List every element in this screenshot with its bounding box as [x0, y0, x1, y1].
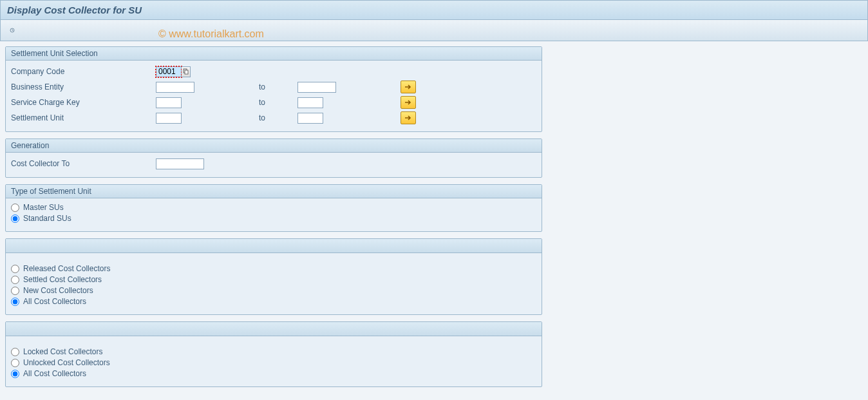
- business-entity-to-input[interactable]: [297, 82, 336, 93]
- radio-input[interactable]: [11, 370, 19, 378]
- label-cost-collector-to: Cost Collector To: [11, 159, 156, 168]
- label-service-charge-key: Service Charge Key: [11, 98, 156, 107]
- group-type-of-settlement-unit: Type of Settlement Unit Master SUs Stand…: [5, 184, 542, 232]
- radio-input[interactable]: [11, 359, 19, 367]
- business-entity-multiselect-button[interactable]: [401, 81, 416, 93]
- settlement-unit-from-input[interactable]: [156, 113, 182, 124]
- radio-label: All Cost Collectors: [23, 369, 86, 378]
- label-to: to: [259, 98, 297, 107]
- radio-unlocked-cc[interactable]: Unlocked Cost Collectors: [11, 358, 536, 367]
- radio-input[interactable]: [11, 348, 19, 356]
- radio-input[interactable]: [11, 204, 19, 212]
- company-code-input[interactable]: [156, 66, 182, 77]
- content-area: Settlement Unit Selection Company Code B…: [0, 41, 868, 399]
- radio-master-sus[interactable]: Master SUs: [11, 203, 536, 212]
- radio-label: All Cost Collectors: [23, 297, 86, 306]
- radio-settled-cc[interactable]: Settled Cost Collectors: [11, 275, 536, 284]
- company-code-f4-button[interactable]: [182, 66, 191, 77]
- radio-released-cc[interactable]: Released Cost Collectors: [11, 264, 536, 273]
- service-charge-key-multiselect-button[interactable]: [401, 96, 416, 109]
- radio-label: Locked Cost Collectors: [23, 347, 102, 356]
- group-cost-collector-lock: Locked Cost Collectors Unlocked Cost Col…: [5, 321, 542, 387]
- group-legend: Type of Settlement Unit: [6, 185, 542, 198]
- radio-all-cc-status[interactable]: All Cost Collectors: [11, 297, 536, 306]
- group-legend: Generation: [6, 139, 542, 153]
- label-business-entity: Business Entity: [11, 82, 156, 91]
- arrow-right-icon: [404, 99, 412, 106]
- settlement-unit-multiselect-button[interactable]: [401, 111, 416, 124]
- execute-clock-icon: [10, 25, 15, 35]
- settlement-unit-to-input[interactable]: [297, 113, 323, 124]
- group-legend: [6, 239, 542, 253]
- radio-label: Released Cost Collectors: [23, 264, 110, 273]
- radio-input[interactable]: [11, 265, 19, 273]
- radio-label: Unlocked Cost Collectors: [23, 358, 110, 367]
- f4-help-icon: [183, 68, 189, 75]
- radio-locked-cc[interactable]: Locked Cost Collectors: [11, 347, 536, 356]
- label-settlement-unit: Settlement Unit: [11, 113, 156, 122]
- label-to: to: [259, 113, 297, 122]
- execute-button[interactable]: [6, 24, 19, 37]
- application-toolbar: [0, 20, 868, 41]
- group-cost-collector-status: Released Cost Collectors Settled Cost Co…: [5, 238, 542, 315]
- group-legend: [6, 322, 542, 336]
- label-company-code: Company Code: [11, 67, 156, 76]
- radio-label: New Cost Collectors: [23, 286, 93, 295]
- arrow-right-icon: [404, 115, 412, 121]
- radio-label: Settled Cost Collectors: [23, 275, 102, 284]
- group-settlement-unit-selection: Settlement Unit Selection Company Code B…: [5, 46, 542, 132]
- page-title: Display Cost Collector for SU: [0, 0, 868, 20]
- radio-label: Standard SUs: [23, 214, 71, 223]
- svg-rect-4: [185, 70, 188, 74]
- svg-line-2: [12, 30, 14, 31]
- label-to: to: [259, 82, 297, 91]
- radio-standard-sus[interactable]: Standard SUs: [11, 214, 536, 223]
- arrow-right-icon: [404, 84, 412, 90]
- group-legend: Settlement Unit Selection: [6, 47, 542, 61]
- group-generation: Generation Cost Collector To: [5, 138, 542, 178]
- service-charge-key-from-input[interactable]: [156, 97, 182, 108]
- radio-all-cc-lock[interactable]: All Cost Collectors: [11, 369, 536, 378]
- radio-label: Master SUs: [23, 203, 64, 212]
- radio-input[interactable]: [11, 287, 19, 295]
- radio-input[interactable]: [11, 214, 19, 223]
- radio-input[interactable]: [11, 298, 19, 306]
- radio-new-cc[interactable]: New Cost Collectors: [11, 286, 536, 295]
- service-charge-key-to-input[interactable]: [297, 97, 323, 108]
- business-entity-from-input[interactable]: [156, 82, 194, 93]
- radio-input[interactable]: [11, 276, 19, 284]
- cost-collector-to-input[interactable]: [156, 158, 204, 169]
